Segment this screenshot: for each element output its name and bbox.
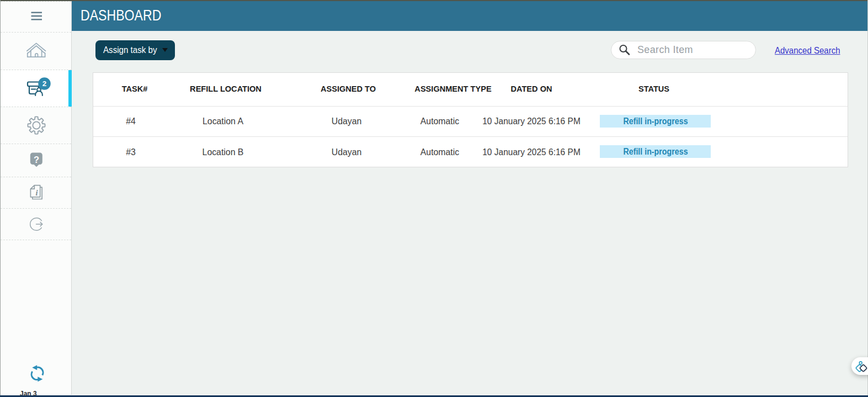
svg-text:2: 2 [42, 80, 47, 88]
svg-text:?: ? [34, 155, 39, 165]
svg-text:i: i [35, 188, 38, 197]
